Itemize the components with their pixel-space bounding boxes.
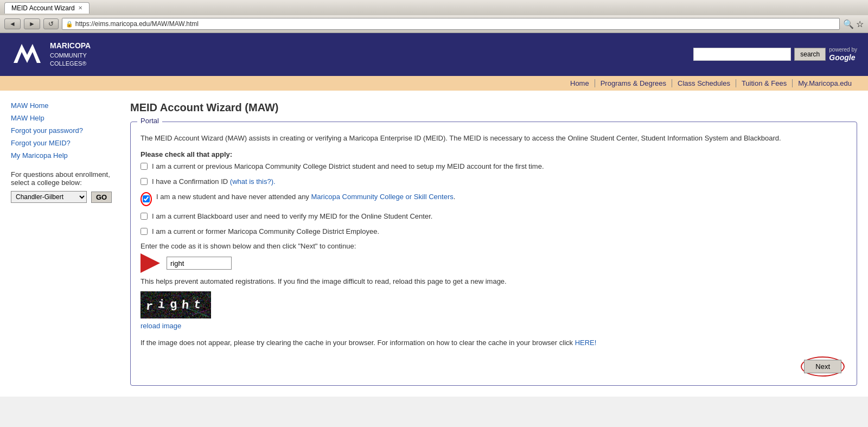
checkbox-3-highlight xyxy=(141,192,152,206)
sidebar-my-maricopa-help[interactable]: My Maricopa Help xyxy=(11,151,119,160)
tab-close-btn[interactable]: ✕ xyxy=(78,5,82,11)
college-name-line1: MARICOPA xyxy=(50,41,91,52)
checkbox-2[interactable] xyxy=(141,178,148,185)
svg-marker-0 xyxy=(14,44,41,63)
header-search-button[interactable]: search xyxy=(794,48,826,61)
college-go-button[interactable]: GO xyxy=(91,192,112,203)
checkbox-3[interactable] xyxy=(143,195,150,202)
checkbox-item-2: I have a Confirmation ID (what is this?)… xyxy=(141,177,847,187)
title-bar: MEID Account Wizard ✕ xyxy=(0,0,868,15)
sidebar-forgot-meid[interactable]: Forgot your MEID? xyxy=(11,139,119,147)
sidebar-forgot-password[interactable]: Forgot your password? xyxy=(11,126,119,135)
check-label: Please check all that apply: xyxy=(141,150,847,158)
sidebar-maw-help[interactable]: MAW Help xyxy=(11,114,119,122)
checkbox-label-3: I am a new student and have never attend… xyxy=(156,192,455,202)
portal-legend: Portal xyxy=(137,117,162,125)
checkbox-label-1: I am a current or previous Maricopa Comm… xyxy=(152,162,544,171)
checkbox-item-4: I am a current Blackboard user and need … xyxy=(141,212,847,221)
page-title: MEID Account Wizard (MAW) xyxy=(130,101,857,114)
checkbox-5[interactable] xyxy=(141,228,148,235)
college-name-line3: COLLEGES® xyxy=(50,60,91,68)
enrollment-label: For questions about enrollment, select a… xyxy=(11,170,119,187)
code-input-row xyxy=(141,253,847,273)
address-bar[interactable]: 🔒 https://eims.maricopa.edu/MAW/MAW.html xyxy=(62,18,840,30)
enter-code-label: Enter the code as it is shown below and … xyxy=(141,242,847,250)
star-icon[interactable]: ☆ xyxy=(856,19,864,29)
header-search-area: search powered by Google xyxy=(693,47,857,62)
here-link[interactable]: HERE! xyxy=(575,339,597,347)
site-header: MARICOPA COMMUNITY COLLEGES® search powe… xyxy=(0,33,868,76)
red-arrow-icon xyxy=(141,253,160,273)
checkbox-item-3: I am a new student and have never attend… xyxy=(141,192,847,206)
college-select-area: Chandler-Gilbert Estrella Mountain GateW… xyxy=(11,191,119,203)
checkbox-label-5: I am a current or former Maricopa Commun… xyxy=(152,227,379,237)
nav-schedules[interactable]: Class Schedules xyxy=(672,79,736,87)
header-search-input[interactable] xyxy=(693,48,791,61)
checkbox-label-4: I am a current Blackboard user and need … xyxy=(152,212,432,221)
confirmation-id-link[interactable]: (what is this?). xyxy=(230,177,276,186)
ssl-icon: 🔒 xyxy=(66,21,73,28)
url-text: https://eims.maricopa.edu/MAW/MAW.html xyxy=(75,20,199,28)
college-dropdown[interactable]: Chandler-Gilbert Estrella Mountain GateW… xyxy=(11,191,87,203)
portal-box: Portal The MEID Account Wizard (MAW) ass… xyxy=(130,122,857,386)
college-name-line2: COMMUNITY xyxy=(50,52,91,60)
logo-icon xyxy=(11,39,43,71)
nav-home[interactable]: Home xyxy=(565,79,595,87)
browser-nav-bar: ◄ ► ↺ 🔒 https://eims.maricopa.edu/MAW/MA… xyxy=(0,15,868,33)
content-area: MAW Home MAW Help Forgot your password? … xyxy=(0,91,868,397)
browser-tab[interactable]: MEID Account Wizard ✕ xyxy=(4,2,90,14)
checkbox-1[interactable] xyxy=(141,163,148,170)
reload-image-link[interactable]: reload image xyxy=(141,322,181,330)
captcha-section: This helps prevent automated registratio… xyxy=(141,276,847,348)
back-button[interactable]: ◄ xyxy=(4,18,21,29)
portal-intro: The MEID Account Wizard (MAW) assists in… xyxy=(141,133,847,144)
nav-programs[interactable]: Programs & Degrees xyxy=(595,79,672,87)
sidebar-maw-home[interactable]: MAW Home xyxy=(11,101,119,110)
forward-button[interactable]: ► xyxy=(24,18,40,29)
google-logo: Google xyxy=(829,53,857,62)
nav-tuition[interactable]: Tuition & Fees xyxy=(736,79,793,87)
checkbox-label-2: I have a Confirmation ID (what is this?)… xyxy=(152,177,276,187)
mcc-link[interactable]: Maricopa Community College or Skill Cent… xyxy=(311,193,453,201)
next-button-wrapper: Next xyxy=(801,356,845,377)
site-navigation: Home Programs & Degrees Class Schedules … xyxy=(0,76,868,91)
next-button-area: Next xyxy=(141,356,847,377)
checkbox-4[interactable] xyxy=(141,213,148,220)
logo-area: MARICOPA COMMUNITY COLLEGES® xyxy=(11,39,91,71)
sidebar: MAW Home MAW Help Forgot your password? … xyxy=(11,101,130,386)
zoom-icon: 🔍 xyxy=(843,19,854,29)
reload-button[interactable]: ↺ xyxy=(43,18,59,29)
tab-title: MEID Account Wizard xyxy=(11,4,75,12)
portal-content: The MEID Account Wizard (MAW) assists in… xyxy=(131,122,857,385)
browser-chrome: MEID Account Wizard ✕ ◄ ► ↺ 🔒 https://ei… xyxy=(0,0,868,33)
captcha-image xyxy=(141,291,211,318)
code-input[interactable] xyxy=(167,257,232,270)
enrollment-section: For questions about enrollment, select a… xyxy=(11,170,119,203)
browser-icons: 🔍 ☆ xyxy=(843,19,864,29)
logo-text: MARICOPA COMMUNITY COLLEGES® xyxy=(50,41,91,68)
next-button[interactable]: Next xyxy=(804,360,841,373)
checkbox-item-1: I am a current or previous Maricopa Comm… xyxy=(141,162,847,171)
nav-mymaricopa[interactable]: My.Maricopa.edu xyxy=(793,79,857,87)
checkbox-item-5: I am a current or former Maricopa Commun… xyxy=(141,227,847,237)
powered-by-text: powered by Google xyxy=(829,47,857,62)
cache-note: If the image does not appear, please try… xyxy=(141,337,847,348)
website: MARICOPA COMMUNITY COLLEGES® search powe… xyxy=(0,33,868,397)
main-content: MEID Account Wizard (MAW) Portal The MEI… xyxy=(130,101,857,386)
captcha-help-text: This helps prevent automated registratio… xyxy=(141,276,847,287)
